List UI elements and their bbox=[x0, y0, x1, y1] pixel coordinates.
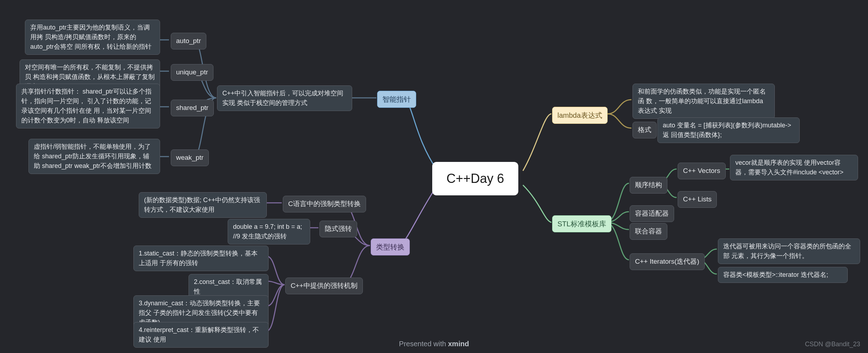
leaf-implicit: double a = 9.7; int b = a; //9 发生隐式的强转 bbox=[228, 219, 310, 244]
label-adapter[interactable]: 容器适配器 bbox=[630, 205, 674, 222]
label-weak-ptr[interactable]: weak_ptr bbox=[171, 149, 209, 166]
label-c-cast[interactable]: C语言中的强制类型转换 bbox=[283, 196, 366, 212]
leaf-static: 1.static_cast：静态的强制类型转换，基本上适用 于所有的强转 bbox=[133, 246, 269, 271]
leaf-iter1: 迭代器可被用来访问一个容器类的所包函的全部 元素，其行为像一个指针。 bbox=[718, 238, 860, 264]
leaf-vectors: vecor就是顺序表的实现 使用vector容器，需要导入头文件#include… bbox=[730, 155, 858, 180]
label-seq[interactable]: 顺序结构 bbox=[630, 177, 667, 194]
label-shared-ptr[interactable]: shared_ptr bbox=[171, 100, 214, 116]
label-lists[interactable]: C++ Lists bbox=[678, 191, 717, 208]
footer-brand: xmind bbox=[448, 340, 469, 348]
label-unique-ptr[interactable]: unique_ptr bbox=[171, 64, 213, 81]
smart-ptr-desc: C++中引入智能指针后，可以完成对堆空间实现 类似于栈空间的管理方式 bbox=[217, 85, 352, 111]
label-cpp-cast[interactable]: C++中提供的强转机制 bbox=[285, 278, 363, 294]
topic-stl[interactable]: STL标准模板库 bbox=[552, 215, 612, 232]
topic-lambda[interactable]: lambda表达式 bbox=[552, 107, 608, 124]
leaf-lambda-desc: 和前面学的仿函数类似，功能是实现一个匿名函 数，一般简单的功能可以直接通过lam… bbox=[633, 84, 775, 119]
leaf-c-cast: (新的数据类型)数据; C++中仍然支持该强转方式，不建议大家使用 bbox=[139, 192, 267, 218]
leaf-iter2: 容器类<模板类型>::iterator 迭代器名; bbox=[718, 267, 848, 283]
label-assoc[interactable]: 联合容器 bbox=[630, 223, 667, 240]
center-node[interactable]: C++Day 6 bbox=[432, 162, 518, 195]
label-iter[interactable]: C++ Iterators(迭代器) bbox=[630, 253, 705, 270]
topic-cast[interactable]: 类型转换 bbox=[371, 238, 410, 255]
leaf-weak-ptr: 虚指针/弱智能指针，不能单独使用，为了给 shared_ptr防止发生循环引用现… bbox=[28, 139, 160, 174]
label-lambda-fmt[interactable]: 格式 bbox=[633, 122, 657, 138]
footer: Presented with xmind bbox=[0, 340, 868, 348]
label-auto-ptr[interactable]: auto_ptr bbox=[171, 33, 206, 49]
label-vectors[interactable]: C++ Vectors bbox=[678, 163, 726, 179]
watermark: CSDN @Bandit_23 bbox=[805, 341, 860, 348]
leaf-auto-ptr: 弃用auto_ptr主要因为他的复制语义，当调用拷 贝构造/拷贝赋值函数时，原来… bbox=[25, 20, 160, 55]
topic-smart-ptr[interactable]: 智能指针 bbox=[377, 91, 416, 108]
leaf-shared-ptr: 共享指针/计数指针： shared_ptr可以让多个指针，指向同一片空间， 引入… bbox=[16, 84, 160, 128]
label-implicit[interactable]: 隐式强转 bbox=[319, 221, 357, 237]
leaf-lambda-fmt: auto 变量名 = [捕获列表](参数列表)mutable->返 回值类型{函… bbox=[657, 117, 800, 143]
footer-pre: Presented with bbox=[399, 340, 448, 348]
